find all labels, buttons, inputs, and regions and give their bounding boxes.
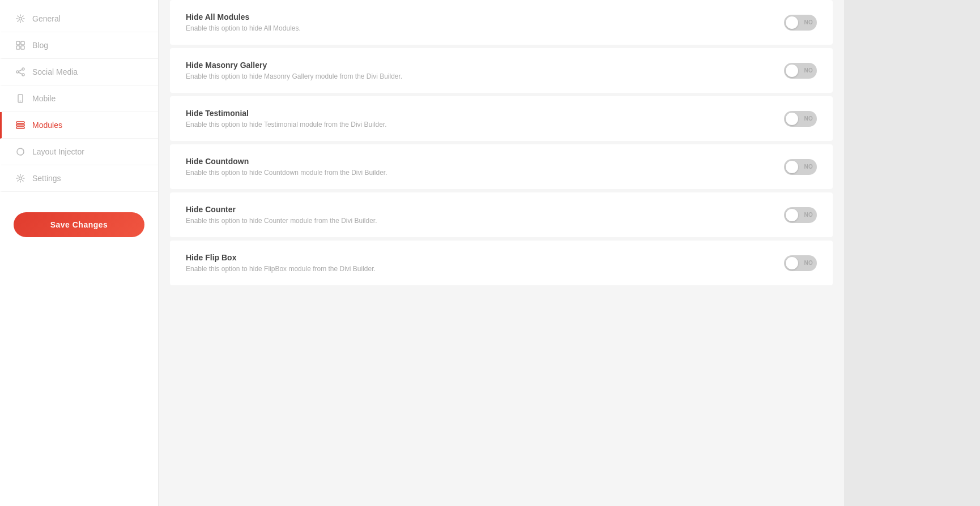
module-description-hide-all-modules: Enable this option to hide All Modules. xyxy=(186,24,301,32)
main-content: Hide All Modules Enable this option to h… xyxy=(159,0,844,506)
toggle-hide-testimonial[interactable]: NO xyxy=(784,111,817,127)
svg-point-0 xyxy=(19,18,22,20)
module-description-hide-counter: Enable this option to hide Counter modul… xyxy=(186,217,377,225)
sidebar-item-label: Settings xyxy=(32,174,61,183)
sidebar-item-mobile[interactable]: Mobile xyxy=(0,85,158,112)
module-card-hide-masonry-gallery: Hide Masonry Gallery Enable this option … xyxy=(170,48,833,93)
module-title-hide-countdown: Hide Countdown xyxy=(186,157,387,166)
save-changes-button[interactable]: Save Changes xyxy=(14,212,144,237)
sidebar-item-label: Mobile xyxy=(32,94,56,103)
module-card-hide-countdown: Hide Countdown Enable this option to hid… xyxy=(170,144,833,189)
toggle-wrapper-hide-all-modules: NO xyxy=(784,15,817,31)
save-button-wrapper: Save Changes xyxy=(0,201,158,248)
module-text-hide-counter: Hide Counter Enable this option to hide … xyxy=(186,205,377,225)
toggle-knob-hide-all-modules xyxy=(786,16,798,29)
module-card-hide-testimonial: Hide Testimonial Enable this option to h… xyxy=(170,96,833,141)
toggle-hide-all-modules[interactable]: NO xyxy=(784,15,817,31)
toggle-knob-hide-flip-box xyxy=(786,257,798,269)
sidebar-item-settings[interactable]: Settings xyxy=(0,165,158,192)
module-card-hide-counter: Hide Counter Enable this option to hide … xyxy=(170,192,833,237)
svg-line-8 xyxy=(19,70,22,71)
toggle-hide-masonry-gallery[interactable]: NO xyxy=(784,63,817,79)
svg-point-16 xyxy=(19,177,22,180)
svg-point-15 xyxy=(17,148,24,155)
toggle-wrapper-hide-countdown: NO xyxy=(784,159,817,175)
toggle-knob-hide-counter xyxy=(786,209,798,221)
toggle-wrapper-hide-flip-box: NO xyxy=(784,255,817,271)
module-text-hide-testimonial: Hide Testimonial Enable this option to h… xyxy=(186,109,387,128)
module-text-hide-countdown: Hide Countdown Enable this option to hid… xyxy=(186,157,387,177)
sidebar-item-label: Blog xyxy=(32,41,48,50)
module-title-hide-flip-box: Hide Flip Box xyxy=(186,253,376,262)
layout-icon xyxy=(15,147,25,157)
toggle-knob-hide-countdown xyxy=(786,161,798,173)
toggle-label-hide-masonry-gallery: NO xyxy=(804,67,813,74)
svg-rect-14 xyxy=(16,127,24,128)
toggle-knob-hide-masonry-gallery xyxy=(786,65,798,77)
grid-icon xyxy=(15,40,25,50)
right-panel xyxy=(844,0,980,506)
toggle-label-hide-counter: NO xyxy=(804,212,813,218)
svg-rect-1 xyxy=(16,41,20,45)
toggle-label-hide-all-modules: NO xyxy=(804,19,813,25)
svg-rect-3 xyxy=(16,46,20,49)
toggle-label-hide-flip-box: NO xyxy=(804,260,813,266)
sidebar-item-label: Layout Injector xyxy=(32,147,84,156)
toggle-knob-hide-testimonial xyxy=(786,113,798,125)
gear-icon xyxy=(15,14,25,24)
toggle-hide-countdown[interactable]: NO xyxy=(784,159,817,175)
module-title-hide-all-modules: Hide All Modules xyxy=(186,12,301,22)
svg-rect-12 xyxy=(16,122,24,123)
sidebar: General Blog Social Media xyxy=(0,0,159,506)
svg-line-9 xyxy=(19,72,22,74)
sidebar-item-label: General xyxy=(32,14,61,23)
toggle-label-hide-testimonial: NO xyxy=(804,115,813,122)
svg-rect-4 xyxy=(21,46,24,49)
module-text-hide-all-modules: Hide All Modules Enable this option to h… xyxy=(186,12,301,32)
share-icon xyxy=(15,67,25,77)
module-description-hide-countdown: Enable this option to hide Countdown mod… xyxy=(186,169,387,177)
module-text-hide-masonry-gallery: Hide Masonry Gallery Enable this option … xyxy=(186,61,402,80)
module-title-hide-counter: Hide Counter xyxy=(186,205,377,214)
toggle-hide-flip-box[interactable]: NO xyxy=(784,255,817,271)
svg-rect-13 xyxy=(16,125,24,126)
sidebar-item-social-media[interactable]: Social Media xyxy=(0,59,158,85)
sidebar-item-label: Social Media xyxy=(32,67,78,76)
sidebar-item-label: Modules xyxy=(32,121,62,130)
module-description-hide-testimonial: Enable this option to hide Testimonial m… xyxy=(186,121,387,128)
sidebar-item-general[interactable]: General xyxy=(0,6,158,32)
module-description-hide-masonry-gallery: Enable this option to hide Masonry Galle… xyxy=(186,72,402,80)
module-title-hide-testimonial: Hide Testimonial xyxy=(186,109,387,118)
sidebar-item-modules[interactable]: Modules xyxy=(0,112,158,139)
module-card-hide-flip-box: Hide Flip Box Enable this option to hide… xyxy=(170,241,833,285)
svg-rect-2 xyxy=(21,41,24,45)
toggle-label-hide-countdown: NO xyxy=(804,164,813,170)
sidebar-item-layout-injector[interactable]: Layout Injector xyxy=(0,139,158,165)
module-text-hide-flip-box: Hide Flip Box Enable this option to hide… xyxy=(186,253,376,273)
toggle-wrapper-hide-masonry-gallery: NO xyxy=(784,63,817,79)
modules-list: Hide All Modules Enable this option to h… xyxy=(170,0,833,285)
module-description-hide-flip-box: Enable this option to hide FlipBox modul… xyxy=(186,265,376,273)
toggle-wrapper-hide-counter: NO xyxy=(784,207,817,223)
module-card-hide-all-modules: Hide All Modules Enable this option to h… xyxy=(170,0,833,45)
modules-icon xyxy=(15,120,25,130)
sidebar-item-blog[interactable]: Blog xyxy=(0,32,158,59)
gear2-icon xyxy=(15,173,25,183)
toggle-wrapper-hide-testimonial: NO xyxy=(784,111,817,127)
module-title-hide-masonry-gallery: Hide Masonry Gallery xyxy=(186,61,402,70)
toggle-hide-counter[interactable]: NO xyxy=(784,207,817,223)
mobile-icon xyxy=(15,93,25,104)
